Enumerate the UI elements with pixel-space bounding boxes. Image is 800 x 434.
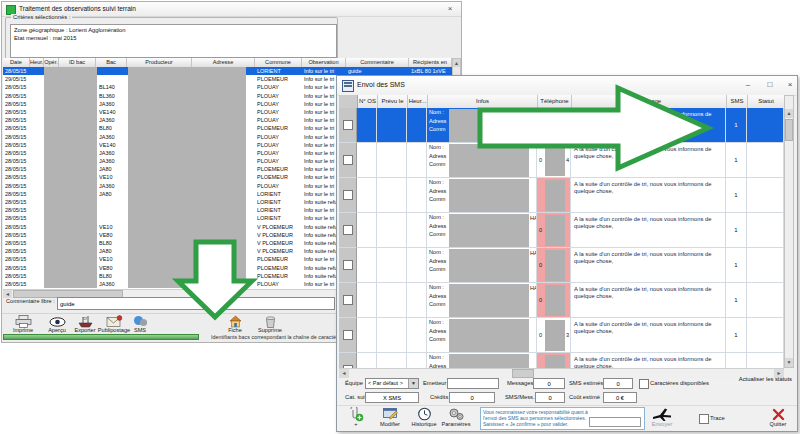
cell-date: 28/05/15 [5, 198, 31, 206]
redacted-block [128, 280, 246, 288]
cell-commune: PLOUAY [257, 133, 302, 141]
sms-row[interactable]: Nom : Adress Comm HAT 0 A la suite d'un … [339, 248, 784, 283]
close-icon[interactable]: × [444, 3, 456, 14]
cell-sms-count: 1 [726, 353, 747, 368]
envoyer-button[interactable]: Envoyer [645, 407, 679, 429]
phone-fragment: 0 [539, 227, 542, 233]
row-checkbox[interactable] [343, 120, 353, 130]
column-header[interactable]: ID bac [59, 58, 96, 67]
column-header[interactable]: SMS [727, 95, 748, 108]
sms-window-titlebar[interactable]: Envoi des SMS – □ × [337, 76, 797, 96]
row-select-cell[interactable] [339, 318, 357, 353]
scroll-up-icon[interactable]: ▲ [785, 109, 793, 118]
column-header[interactable]: Heur... [408, 95, 428, 108]
sms-row[interactable]: Nom : Adress Comm HAT 0 A la suite d'un … [339, 213, 784, 248]
cell-bac [99, 198, 127, 206]
sms-button[interactable]: SMS [122, 314, 158, 335]
cell-prevu-le [377, 283, 407, 318]
cell-bac: BL80 [99, 239, 127, 247]
sms-row[interactable]: Nom : Adress Comm A la suite d'un contrô… [339, 178, 784, 213]
credits-input[interactable] [449, 392, 495, 403]
column-header[interactable]: N° OS [358, 95, 378, 108]
redacted-block [44, 92, 97, 100]
column-header[interactable]: Date [3, 58, 30, 67]
equipe-select[interactable]: < Par défaut > ▼ [365, 378, 419, 389]
row-select-cell[interactable] [339, 108, 357, 143]
scroll-left-icon[interactable]: ◄ [339, 369, 349, 378]
row-select-cell[interactable] [339, 248, 357, 283]
redacted-block [128, 92, 246, 100]
sms-row[interactable]: Nom : Adress Comm 0 3 A la suite d'un co… [339, 318, 784, 353]
column-header[interactable]: Téléphone [538, 95, 572, 108]
row-select-cell[interactable] [339, 353, 357, 368]
trace-checkbox[interactable] [699, 414, 709, 424]
close-icon[interactable]: × [783, 79, 797, 91]
column-header[interactable]: Statut [748, 95, 785, 108]
sms-row[interactable]: Nom : Adress Comm A la suite d'un contrô… [339, 353, 784, 368]
row-select-cell[interactable] [339, 178, 357, 213]
scroll-thumb[interactable] [512, 369, 534, 378]
cell-num-os [357, 143, 377, 178]
column-header[interactable]: Commune [255, 58, 302, 67]
row-checkbox[interactable] [343, 260, 353, 270]
imprime-button[interactable]: Imprime [5, 314, 41, 335]
row-select-cell[interactable] [339, 283, 357, 318]
column-header[interactable]: Récipients en [409, 58, 452, 67]
chevron-down-icon[interactable]: ▼ [408, 379, 418, 388]
sms-estimes-input[interactable] [603, 378, 633, 389]
column-header[interactable]: Message [572, 95, 727, 108]
caracteres-checkbox[interactable] [639, 379, 649, 389]
cell-commune: PLOUAY [257, 182, 302, 190]
parametres-button[interactable]: Paramètres [439, 407, 473, 429]
column-header[interactable]: Commentaire [346, 58, 409, 67]
scroll-thumb[interactable] [785, 119, 793, 141]
column-header[interactable]: Opér. [44, 58, 59, 67]
row-checkbox[interactable] [343, 295, 353, 305]
column-header[interactable]: Prévu le [378, 95, 408, 108]
column-header[interactable]: Observation [302, 58, 346, 67]
scroll-down-icon[interactable]: ▼ [785, 358, 793, 367]
cell-statut [747, 248, 784, 283]
phone-fragment: 3 [566, 332, 569, 338]
modifier-button[interactable]: Modifier [373, 407, 407, 429]
fiche-button[interactable]: Fiche [217, 314, 253, 335]
quitter-button[interactable]: Quitter [761, 407, 795, 429]
column-header[interactable]: Bac [96, 58, 127, 67]
actualiser-statuts-link[interactable]: Actualiser les statuts [717, 376, 792, 382]
redacted-block [128, 214, 246, 222]
comment-input[interactable] [57, 297, 335, 310]
column-header[interactable]: Adresse [192, 58, 255, 67]
minimize-icon[interactable]: – [741, 79, 755, 91]
column-header[interactable]: Infos [428, 95, 538, 108]
row-checkbox[interactable] [343, 155, 353, 165]
sms-vertical-scrollbar[interactable]: ▲ ▼ [784, 95, 794, 368]
row-select-cell[interactable] [339, 213, 357, 248]
row-checkbox[interactable] [343, 225, 353, 235]
redacted-block [128, 75, 246, 83]
maximize-icon[interactable]: □ [763, 79, 777, 91]
sms-row[interactable]: Nom : Adress Comm 0 4 A la suite d'un co… [339, 143, 784, 178]
column-header[interactable]: Heur. [30, 58, 44, 67]
sms-mess-input[interactable] [535, 392, 565, 403]
messages-input[interactable] [533, 378, 565, 389]
cat-suivi-input[interactable] [365, 392, 419, 403]
confirmation-input[interactable] [589, 417, 641, 427]
row-select-cell[interactable] [339, 143, 357, 178]
scroll-left-icon[interactable]: ◄ [3, 290, 12, 298]
cell-date: 28/05/15 [5, 149, 31, 157]
cell-num-os [357, 108, 377, 143]
row-checkbox[interactable] [343, 330, 353, 340]
scroll-up-icon[interactable]: ▲ [453, 59, 460, 67]
edit-screen-icon [373, 407, 407, 421]
cout-estime-input[interactable] [603, 392, 637, 403]
row-checkbox[interactable] [343, 190, 353, 200]
emetteur-input[interactable] [447, 378, 499, 389]
cell-date: 28/05/15 [5, 264, 31, 272]
supprime-button[interactable]: Supprime [252, 314, 288, 335]
sms-row[interactable]: Nom : Adress Comm A la suite d'un contrô… [339, 108, 784, 143]
sms-row[interactable]: Nom : Adress Comm HAT 0 A la suite d'un … [339, 283, 784, 318]
historique-button[interactable]: Historique [407, 407, 441, 429]
column-header[interactable]: Producteur [127, 58, 192, 67]
add-attachment-button[interactable]: + [339, 407, 373, 429]
table-row[interactable]: 28/05/15 LORIENT Info sur le tri guide 1… [3, 67, 452, 75]
